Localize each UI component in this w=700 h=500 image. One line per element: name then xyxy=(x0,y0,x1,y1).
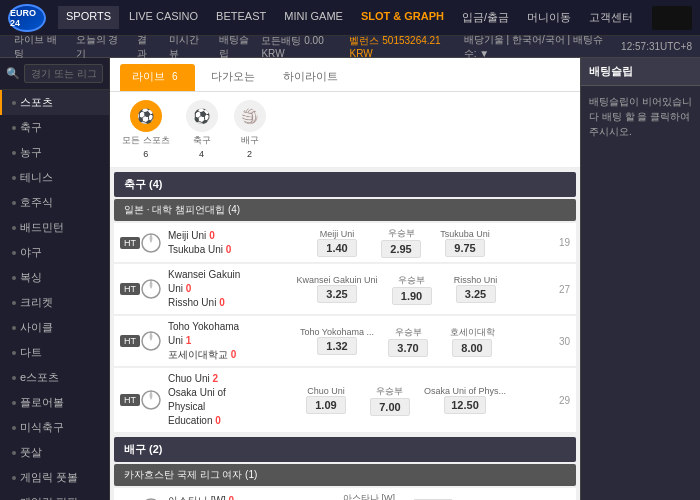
team2-name: 포세이대학교 0 xyxy=(168,348,252,362)
sport-icon-item[interactable]: ⚽ 축구 4 xyxy=(186,100,218,159)
subheader-item[interactable]: 미시간뷰 xyxy=(163,33,211,61)
volleyball-icon xyxy=(140,497,162,501)
nav-item-mini-game[interactable]: MINI GAME xyxy=(276,6,351,29)
tab-다가오는[interactable]: 다가오는 xyxy=(199,64,267,91)
draw-label: 우승부 xyxy=(376,385,403,398)
sidebar-bullet-icon xyxy=(12,476,16,480)
draw-odds[interactable]: 1.90 xyxy=(392,287,432,305)
soccer-league-header: 일본 · 대학 챔피언대힙 (4) xyxy=(114,199,576,221)
sidebar-item[interactable]: 축구 xyxy=(0,115,109,140)
sidebar-item[interactable]: 스포츠 xyxy=(0,90,109,115)
sidebar-item[interactable]: 배드민턴 xyxy=(0,215,109,240)
sidebar-search-area: 🔍 xyxy=(0,58,109,90)
odds-section: Meiji Uni 1.40 우승부 2.95 Tsukuba Uni 9.75 xyxy=(252,227,550,258)
nav-item-slot-graph[interactable]: SLOT & GRAPH xyxy=(353,6,452,29)
sidebar-item-label: 야구 xyxy=(20,245,42,260)
score2: 0 xyxy=(219,297,225,308)
sidebar-bullet-icon xyxy=(12,301,16,305)
sidebar: 🔍 스포츠축구농구테니스호주식배드민턴야구복싱크리켓사이클다트e스포츠플로어볼미… xyxy=(0,58,110,500)
away-odds[interactable]: 12.50 xyxy=(444,396,486,414)
sport-icon-item[interactable]: 🏐 배구 2 xyxy=(234,100,266,159)
sidebar-item[interactable]: 복싱 xyxy=(0,265,109,290)
sidebar-item-label: 테니스 xyxy=(20,170,53,185)
away-odds-group: Rissho Uni 3.25 xyxy=(446,275,506,303)
draw-odds[interactable]: 7.00 xyxy=(370,398,410,416)
draw-odds[interactable]: 2.95 xyxy=(381,240,421,258)
sport-icon-count: 2 xyxy=(247,149,252,159)
match-status: HT xyxy=(120,283,140,295)
away-label: 호세이대학 xyxy=(450,326,495,339)
subheader-item[interactable]: 오늘의 경기 xyxy=(70,33,130,61)
team2-name: Tsukuba Uni 0 xyxy=(168,243,252,257)
sidebar-item[interactable]: 플로어볼 xyxy=(0,390,109,415)
away-odds[interactable]: 8.00 xyxy=(452,339,492,357)
nav-item-support[interactable]: 고객센터 xyxy=(581,6,641,29)
subheader-item[interactable]: 결과 xyxy=(131,33,161,61)
tab-하이라이트[interactable]: 하이라이트 xyxy=(271,64,350,91)
sidebar-item[interactable]: 풋살 xyxy=(0,440,109,465)
tab-라이브[interactable]: 라이브6 xyxy=(120,64,195,91)
sport-icons-row: ⚽ 모든 스포츠 6 ⚽ 축구 4 🏐 배구 2 xyxy=(110,92,580,168)
home-odds[interactable]: 1.09 xyxy=(306,396,346,414)
volleyball-league-header: 카자흐스탄 국제 리그 여자 (1) xyxy=(114,464,576,486)
sport-icon-label: 모든 스포츠 xyxy=(122,134,170,147)
sidebar-item[interactable]: 미식축구 xyxy=(0,415,109,440)
sidebar-item[interactable]: 다트 xyxy=(0,340,109,365)
sidebar-item[interactable]: e스포츠 xyxy=(0,365,109,390)
sidebar-item[interactable]: 테니스 xyxy=(0,165,109,190)
sport-icon: ⚽ xyxy=(130,100,162,132)
team-names: Meiji Uni 0 Tsukuba Uni 0 xyxy=(162,229,252,257)
subheader-item[interactable]: 배팅슬립 xyxy=(213,33,261,61)
sidebar-item[interactable]: 게임릭 펌핑 xyxy=(0,490,109,500)
sidebar-bullet-icon xyxy=(12,351,16,355)
home-odds[interactable]: 1.40 xyxy=(317,239,357,257)
nav-item-live-casino[interactable]: LIVE CASINO xyxy=(121,6,206,29)
time-text: 12:57:31UTC+8 xyxy=(621,41,692,52)
search-input[interactable] xyxy=(24,64,103,83)
sidebar-item[interactable]: 크리켓 xyxy=(0,290,109,315)
home-odds[interactable]: 3.25 xyxy=(317,285,357,303)
home-odds[interactable]: 1.32 xyxy=(317,337,357,355)
away-odds[interactable]: 3.25 xyxy=(456,285,496,303)
sidebar-bullet-icon xyxy=(12,101,16,105)
match-row: HT Kwansei Gakuin Uni 0 Rissho Uni 0 Kwa… xyxy=(114,264,576,315)
team-names: Chuo Uni 2 Osaka Uni of Physical Educati… xyxy=(162,372,252,428)
match-row: HT Meiji Uni 0 Tsukuba Uni 0 Meiji Uni 1… xyxy=(114,223,576,263)
logo[interactable]: EURO 24 xyxy=(8,4,46,32)
sidebar-item[interactable]: 농구 xyxy=(0,140,109,165)
subheader-item[interactable]: 라이브 배팅 xyxy=(8,33,68,61)
sidebar-item-label: 배드민턴 xyxy=(20,220,64,235)
sidebar-items: 스포츠축구농구테니스호주식배드민턴야구복싱크리켓사이클다트e스포츠플로어볼미식축… xyxy=(0,90,109,500)
nav-item-money[interactable]: 머니이동 xyxy=(519,6,579,29)
account-text: 벨런스 50153264.21 KRW xyxy=(349,34,455,59)
volleyball-section-header: 배구 (2) xyxy=(114,437,576,462)
sport-icon-item[interactable]: ⚽ 모든 스포츠 6 xyxy=(122,100,170,159)
sidebar-item[interactable]: 게임릭 풋볼 xyxy=(0,465,109,490)
odds-section: Chuo Uni 1.09 우승부 7.00 Osaka Uni of Phys… xyxy=(252,385,550,416)
match-row: HT Toho Yokohama Uni 1 포세이대학교 0 Toho Yok… xyxy=(114,316,576,367)
sidebar-item[interactable]: 야구 xyxy=(0,240,109,265)
match-row: 아스타나 [W] 0 알마티 [W] 0 아스타나 [W] 5.25 1.11 … xyxy=(114,488,576,500)
search-icon: 🔍 xyxy=(6,67,20,80)
sidebar-bullet-icon xyxy=(12,126,16,130)
score1: 0 xyxy=(209,230,215,241)
away-label: Osaka Uni of Phys... xyxy=(424,386,506,396)
sidebar-item[interactable]: 호주식 xyxy=(0,190,109,215)
subheader-info: 모든배팅 0.00 KRW 벨런스 50153264.21 KRW 배당기울 |… xyxy=(261,33,692,61)
away-odds[interactable]: 9.75 xyxy=(445,239,485,257)
nav-item-sports[interactable]: SPORTS xyxy=(58,6,119,29)
sport-icon-label: 축구 xyxy=(193,134,211,147)
sidebar-bullet-icon xyxy=(12,376,16,380)
away-label: Rissho Uni xyxy=(454,275,498,285)
nav-item-beteast[interactable]: BETEAST xyxy=(208,6,274,29)
sidebar-item-label: 미식축구 xyxy=(20,420,64,435)
sidebar-item[interactable]: 사이클 xyxy=(0,315,109,340)
betslip-panel: 배팅슬립 배팅슬립이 비어있습니다 배팅 할 을 클릭하여 주시시오. xyxy=(580,58,700,500)
team1-name: 아스타나 [W] 0 xyxy=(168,494,252,501)
away-odds-group: Tsukuba Uni 9.75 xyxy=(435,229,495,257)
nav-item-deposit[interactable]: 입금/출금 xyxy=(454,6,517,29)
draw-odds[interactable]: 3.70 xyxy=(388,339,428,357)
match-row: HT Chuo Uni 2 Osaka Uni of Physical Educ… xyxy=(114,368,576,433)
center-team-label: Chuo Uni xyxy=(307,386,345,396)
score2: 0 xyxy=(215,415,221,426)
